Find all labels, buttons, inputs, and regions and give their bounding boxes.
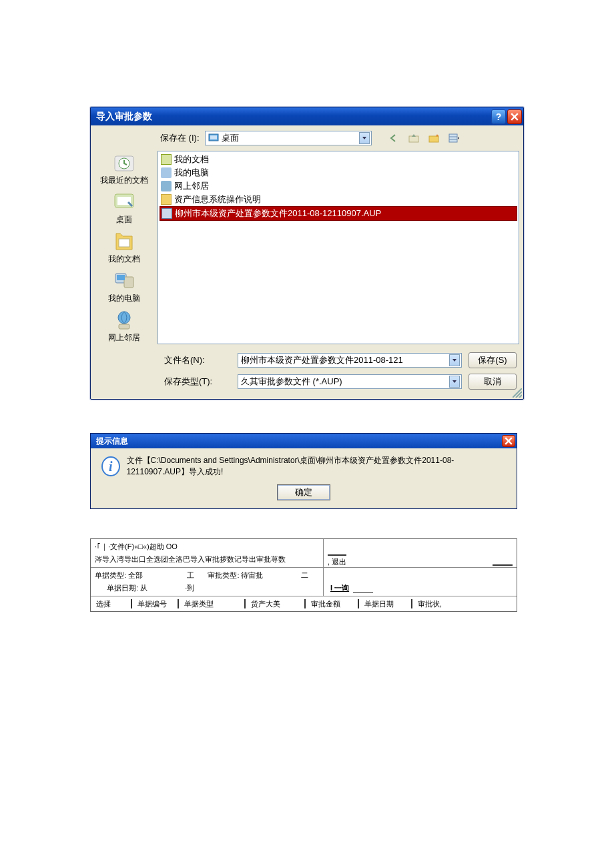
file-list[interactable]: 我的文档 我的电脑 网上邻居 资产信息系统操作说明 柳州市本级资产处置参数文件2… [158,151,519,344]
exit-button[interactable]: , 退出 [328,554,346,567]
info-message-dialog: 提示信息 i 文件【C:\Documents and Settings\Admi… [90,433,517,509]
folder-icon [161,194,172,205]
list-item[interactable]: 资产信息系统操作说明 [160,193,517,206]
svg-rect-14 [117,275,125,280]
svg-rect-13 [124,277,133,288]
approval-type-label: 审批类型: 待宙批 [208,571,263,579]
col-asset-cat[interactable]: 货产大美 [244,599,304,608]
cancel-button[interactable]: 取消 [469,374,517,390]
places-sidebar: 我最近的文档 桌面 我的文档 我的电脑 [91,151,158,348]
msgbox-titlebar[interactable]: 提示信息 [91,434,517,448]
svg-rect-11 [119,239,129,247]
svg-rect-4 [449,134,457,142]
info-icon: i [101,456,120,476]
svg-rect-2 [409,136,418,142]
list-item[interactable]: 我的电脑 [160,166,517,179]
dialog-title: 导入审批参数 [96,111,490,123]
chevron-down-icon[interactable] [359,132,370,144]
col-doc-type[interactable]: 单据类型 [178,599,244,608]
close-button[interactable] [502,435,515,447]
svg-point-15 [118,312,130,324]
sidebar-item-desktop[interactable]: 桌面 [93,190,155,227]
sidebar-item-documents[interactable]: 我的文档 [93,230,155,266]
doc-type-label: 单据类型: 全部 [95,571,143,579]
msgbox-text: 文件【C:\Documents and Settings\Administrat… [127,455,511,478]
svg-rect-3 [429,136,438,142]
filetype-label: 保存类型(T): [164,376,231,388]
filter-row: 单据类型: 全部 工 审批类型: 待宙批 二 单据日期: 从 ·到 [91,568,323,596]
list-panel: ·｢｜·文件(F)«□«)超助 OO 涔导入湾导出口全选团全洛巴导入审批拶数记导… [90,538,517,612]
file-save-dialog: 导入审批参数 ? 保存在 (I): 桌面 [90,107,524,400]
save-button[interactable]: 保存(S) [469,352,517,368]
filename-label: 文件名(N): [164,354,231,366]
close-button[interactable] [507,109,522,124]
col-date[interactable]: 单据日期 [358,599,411,608]
table-header: 选揉 单据编号 单据类型 货产大美 审批金额 单据日期 审批状, [91,596,517,611]
svg-rect-16 [119,324,129,329]
computer-icon [161,167,172,178]
desktop-icon [208,132,219,145]
resize-grip-icon[interactable] [513,388,522,398]
save-in-label: 保存在 (I): [160,132,200,144]
network-icon [161,181,172,191]
list-item[interactable]: 我的文档 [160,153,517,166]
chevron-down-icon[interactable] [449,354,460,366]
help-button[interactable]: ? [491,109,506,124]
views-icon[interactable] [446,131,461,145]
chevron-down-icon[interactable] [449,376,460,388]
save-in-combo[interactable]: 桌面 [205,131,372,145]
col-amount[interactable]: 审批金额 [304,599,358,608]
list-item[interactable]: 网上邻居 [160,179,517,193]
sidebar-item-recent[interactable]: 我最近的文档 [93,151,155,187]
date-to-label: ·到 [185,584,194,592]
dialog-toolbar [386,131,461,145]
list-item-selected[interactable]: 柳州市本级资产处置参数文件2011-08-12110907.AUP [160,206,517,221]
dialog-titlebar[interactable]: 导入审批参数 ? [91,107,523,125]
sidebar-item-computer[interactable]: 我的电脑 [93,269,155,306]
up-one-level-icon[interactable] [406,131,421,145]
col-status[interactable]: 审批状, [411,599,517,608]
date-from-label: 单据日期: 从 [107,584,147,592]
col-doc-no[interactable]: 单据编号 [131,599,178,608]
svg-rect-1 [210,135,217,139]
filename-input[interactable]: 柳州市本级资产处置参数文件2011-08-121 [238,353,462,368]
ok-button[interactable]: 确定 [277,484,330,500]
back-icon[interactable] [386,131,401,145]
query-button[interactable]: I 一询 [330,583,349,593]
col-select[interactable]: 选揉 [91,599,131,608]
sidebar-item-network[interactable]: 网上邻居 [93,308,155,345]
documents-folder-icon [161,154,172,165]
save-in-value: 桌面 [222,132,356,144]
menu-bar[interactable]: ·｢｜·文件(F)«□«)超助 OO [91,539,323,553]
new-folder-icon[interactable] [426,131,441,145]
file-icon [162,208,172,219]
filetype-select[interactable]: 久其审批参数文件 (*.AUP) [238,374,462,389]
msgbox-title: 提示信息 [96,436,501,447]
toolbar[interactable]: 涔导入湾导出口全选团全洛巴导入审批拶数记导出审批荨数 [91,553,323,567]
divider [353,592,373,593]
